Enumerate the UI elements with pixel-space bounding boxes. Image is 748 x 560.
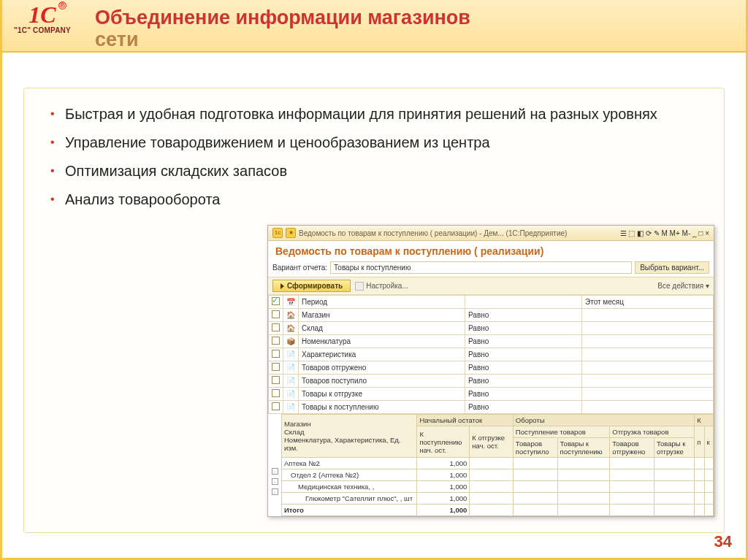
filters-table: 📅ПериодЭтот месяц🏠МагазинРавно🏠СкладРавн… <box>268 295 714 414</box>
window-titlebar[interactable]: 1c ★ Ведомость по товарам к поступлению … <box>268 226 714 241</box>
variant-input[interactable]: Товары к поступлению <box>330 261 632 274</box>
filter-op[interactable]: Равно <box>465 401 582 414</box>
filter-row[interactable]: 📄Товаров поступилоРавно <box>269 375 714 388</box>
h-sklad: Склад <box>284 428 414 436</box>
filter-op[interactable]: Равно <box>465 348 582 361</box>
report-grid-wrap: - - - Магазин Склад Номенклатура, Характ… <box>268 414 714 516</box>
filter-checkbox[interactable] <box>269 361 283 375</box>
filter-row[interactable]: 🏠МагазинРавно <box>269 309 714 322</box>
filter-value[interactable] <box>582 335 714 348</box>
filter-value[interactable] <box>582 361 714 375</box>
filter-row[interactable]: 📦НоменклатураРавно <box>269 335 714 348</box>
tree-collapse-button[interactable]: - <box>272 488 278 495</box>
filter-op[interactable] <box>465 296 582 309</box>
filter-icon: 📄 <box>283 361 299 375</box>
filter-value[interactable] <box>582 375 714 388</box>
play-icon <box>280 283 284 289</box>
app-window: 1c ★ Ведомость по товарам к поступлению … <box>267 225 714 517</box>
filter-checkbox[interactable] <box>269 375 283 388</box>
table-row[interactable]: Медицинская техника, ,1,000 <box>282 481 714 493</box>
row-value: 1,000 <box>417 458 470 469</box>
app-1c-icon: 1c <box>272 228 283 238</box>
tree-collapse-button[interactable]: - <box>272 468 278 475</box>
star-icon[interactable]: ★ <box>286 228 296 238</box>
col-header: п <box>695 426 704 458</box>
h: поступлению нач. ост. <box>419 438 462 454</box>
filter-op[interactable]: Равно <box>465 322 582 335</box>
col-header: Товары к поступлению <box>557 438 610 458</box>
filter-value[interactable] <box>582 322 714 335</box>
filter-row[interactable]: 📄Товаров отгруженоРавно <box>269 361 714 375</box>
filter-name: Товаров поступило <box>299 375 465 388</box>
table-row[interactable]: Аптека №21,000 <box>282 458 714 469</box>
tree-column: - - - <box>268 414 281 516</box>
filter-name: Номенклатура <box>299 335 465 348</box>
filter-value[interactable] <box>582 401 714 414</box>
h: К <box>419 430 424 438</box>
bullet-item: Оптимизация складских запасов <box>46 163 702 180</box>
filter-value[interactable] <box>582 348 714 361</box>
filter-checkbox[interactable] <box>269 296 283 309</box>
row-label: Глюкометр "Сателлит плюс", , шт <box>282 493 417 505</box>
filter-value[interactable] <box>582 309 714 322</box>
gear-icon <box>355 282 364 291</box>
bullet-item: Управление товародвижением и ценообразов… <box>46 134 702 151</box>
filter-op[interactable]: Равно <box>465 309 582 322</box>
filter-row[interactable]: 📄ХарактеристикаРавно <box>269 348 714 361</box>
form-button[interactable]: Сформировать <box>272 280 351 292</box>
logo-text: 1C <box>28 1 56 28</box>
filter-row[interactable]: 🏠СкладРавно <box>269 322 714 335</box>
row-label: Отдел 2 (Аптека №2) <box>282 469 417 481</box>
col-header: Товаров поступило <box>513 438 557 458</box>
variant-label: Вариант отчета: <box>272 264 327 272</box>
slide-title: Объединение информации магазинов сети <box>95 7 733 50</box>
filter-name: Товары к поступлению <box>299 401 465 414</box>
col-header: К поступлению нач. ост. <box>417 426 470 458</box>
title-line1: Объединение информации магазинов <box>95 7 470 28</box>
h-nomen: Номенклатура, Характеристика, Ед. изм. <box>284 436 414 452</box>
titlebar-buttons[interactable]: ☰ ⬚ ◧ ⟳ ✎ M M+ M- _ □ × <box>620 229 709 237</box>
bullet-item: Анализ товарооборота <box>46 191 702 208</box>
registered-icon: ® <box>58 1 66 9</box>
filter-name: Период <box>299 296 465 309</box>
filter-row[interactable]: 📅ПериодЭтот месяц <box>269 296 714 309</box>
all-actions-link[interactable]: Все действия ▾ <box>657 282 709 290</box>
filter-row[interactable]: 📄Товары к поступлениюРавно <box>269 401 714 414</box>
col-header: к <box>704 426 713 458</box>
filter-icon: 📄 <box>283 388 299 401</box>
filter-checkbox[interactable] <box>269 322 283 335</box>
filter-checkbox[interactable] <box>269 348 283 361</box>
tree-collapse-button[interactable]: - <box>272 478 278 485</box>
filter-value[interactable] <box>582 388 714 401</box>
filter-icon: 📄 <box>283 348 299 361</box>
filter-op[interactable]: Равно <box>465 361 582 375</box>
bullet-item: Быстрая и удобная подготовка информации … <box>46 106 702 123</box>
filter-icon: 📅 <box>283 296 299 309</box>
row-label: Медицинская техника, , <box>282 481 417 493</box>
filter-value[interactable]: Этот месяц <box>582 296 714 309</box>
filter-op[interactable]: Равно <box>465 375 582 388</box>
filter-op[interactable]: Равно <box>465 335 582 348</box>
report-grid: Магазин Склад Номенклатура, Характеристи… <box>281 414 714 516</box>
filter-checkbox[interactable] <box>269 309 283 322</box>
settings-link[interactable]: Настройка... <box>355 282 408 291</box>
filter-op[interactable]: Равно <box>465 388 582 401</box>
row-value: 1,000 <box>417 469 470 481</box>
select-variant-button[interactable]: Выбрать вариант... <box>635 261 709 274</box>
filter-icon: 📦 <box>283 335 299 348</box>
filter-icon: 📄 <box>283 375 299 388</box>
report-toolbar: Сформировать Настройка... Все действия ▾ <box>268 277 714 295</box>
h: К отгрузке <box>472 434 505 442</box>
table-row[interactable]: Отдел 2 (Аптека №2)1,000 <box>282 469 714 481</box>
table-row[interactable]: Глюкометр "Сателлит плюс", , шт1,000 <box>282 493 714 505</box>
filter-row[interactable]: 📄Товары к отгрузкеРавно <box>269 388 714 401</box>
logo-1c-icon: 1C ® <box>28 3 56 26</box>
filter-icon: 🏠 <box>283 322 299 335</box>
filter-checkbox[interactable] <box>269 401 283 414</box>
filter-checkbox[interactable] <box>269 335 283 348</box>
filter-checkbox[interactable] <box>269 388 283 401</box>
filter-name: Магазин <box>299 309 465 322</box>
row-label: Аптека №2 <box>282 458 417 469</box>
col-header: Обороты <box>513 415 694 426</box>
col-header: Товары к отгрузке <box>654 438 695 458</box>
